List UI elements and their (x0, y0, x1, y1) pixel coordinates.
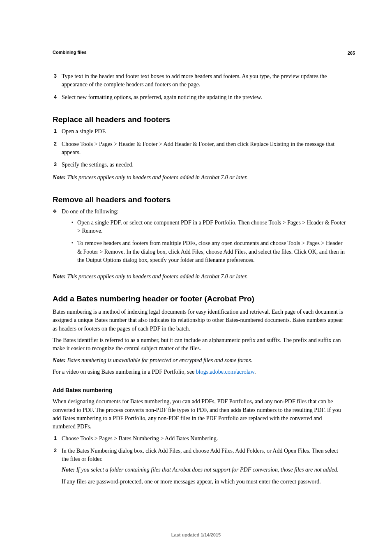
dot-bullet-icon: • (71, 219, 73, 236)
subheading-add-bates: Add Bates numbering (53, 386, 346, 394)
page-number-container: 265 (345, 49, 355, 58)
step-4: 4 Select new formatting options, as pref… (53, 93, 346, 102)
step-2-note: Note: If you select a folder containing … (62, 466, 346, 474)
heading-replace: Replace all headers and footers (53, 114, 346, 125)
note-body: This process applies only to headers and… (67, 174, 247, 180)
remove-lead-text: Do one of the following: (62, 208, 118, 215)
remove-subitem-text: Open a single PDF, or select one compone… (77, 219, 346, 236)
step-text: Type text in the header and footer text … (62, 72, 346, 89)
note-label: Note: (62, 467, 76, 473)
step-number: 3 (53, 72, 57, 89)
add-bates-step-1: 1 Choose Tools > Pages > Bates Numbering… (53, 435, 346, 443)
bates-video-link[interactable]: blogs.adobe.com/acrolaw (196, 369, 254, 375)
step-text: Choose Tools > Pages > Bates Numbering >… (62, 435, 346, 443)
add-bates-step-2: 2 In the Bates Numbering dialog box, cli… (53, 447, 346, 489)
step-number: 1 (53, 127, 57, 136)
step-3: 3 Type text in the header and footer tex… (53, 72, 346, 89)
remove-subitem-text: To remove headers and footers from multi… (77, 239, 346, 264)
remove-subitem-2: • To remove headers and footers from mul… (71, 239, 346, 264)
step-number: 4 (53, 93, 57, 102)
step-text: Specify the settings, as needed. (62, 161, 346, 169)
remove-list: ❖ Do one of the following: • Open a sing… (53, 208, 346, 268)
replace-steps: 1 Open a single PDF. 2 Choose Tools > Pa… (53, 127, 346, 169)
chapter-label: Combining files (53, 49, 346, 56)
remove-subitem-1: • Open a single PDF, or select one compo… (71, 219, 346, 236)
bates-video-suffix: . (254, 369, 256, 375)
step-number: 1 (53, 435, 57, 443)
heading-bates: Add a Bates numbering header or footer (… (53, 293, 346, 305)
add-bates-intro: When designating documents for Bates num… (53, 398, 346, 431)
dot-bullet-icon: • (71, 239, 73, 264)
step-number: 2 (53, 140, 57, 157)
intro-steps: 3 Type text in the header and footer tex… (53, 72, 346, 102)
note-body: Bates numbering is unavailable for prote… (67, 357, 252, 363)
page-number: 265 (348, 50, 355, 57)
bates-note: Note: Bates numbering is unavailable for… (53, 356, 346, 365)
replace-step-3: 3 Specify the settings, as needed. (53, 161, 346, 169)
note-body: If you select a folder containing files … (76, 467, 338, 473)
remove-lead-item: ❖ Do one of the following: • Open a sing… (53, 208, 346, 268)
remove-note: Note: This process applies only to heade… (53, 273, 346, 281)
remove-sublist: • Open a single PDF, or select one compo… (71, 219, 346, 264)
page-footer: Last updated 1/14/2015 (0, 532, 392, 539)
replace-step-2: 2 Choose Tools > Pages > Header & Footer… (53, 140, 346, 157)
bates-video: For a video on using Bates numbering in … (53, 368, 346, 376)
remove-lead: Do one of the following: • Open a single… (62, 208, 346, 268)
note-label: Note: (53, 357, 67, 363)
note-label: Note: (53, 273, 67, 280)
step-text: Select new formatting options, as prefer… (62, 93, 346, 102)
bates-p1: Bates numbering is a method of indexing … (53, 308, 346, 333)
bates-p2: The Bates identifier is referred to as a… (53, 336, 346, 353)
add-bates-steps: 1 Choose Tools > Pages > Bates Numbering… (53, 435, 346, 489)
replace-step-1: 1 Open a single PDF. (53, 127, 346, 136)
heading-remove: Remove all headers and footers (53, 194, 346, 206)
note-label: Note: (53, 174, 67, 180)
note-body: This process applies only to headers and… (67, 273, 247, 280)
step-text: Open a single PDF. (62, 127, 346, 136)
diamond-bullet-icon: ❖ (53, 208, 57, 268)
step-2-para: If any files are password-protected, one… (62, 478, 346, 486)
bates-video-prefix: For a video on using Bates numbering in … (53, 369, 196, 375)
page: 265 Combining files 3 Type text in the h… (0, 0, 392, 555)
step-number: 2 (53, 447, 57, 489)
step-text: In the Bates Numbering dialog box, click… (62, 448, 338, 462)
replace-note: Note: This process applies only to heade… (53, 173, 346, 182)
step-number: 3 (53, 161, 57, 169)
step-text: Choose Tools > Pages > Header & Footer >… (62, 140, 346, 157)
step-2-body: In the Bates Numbering dialog box, click… (62, 447, 346, 489)
